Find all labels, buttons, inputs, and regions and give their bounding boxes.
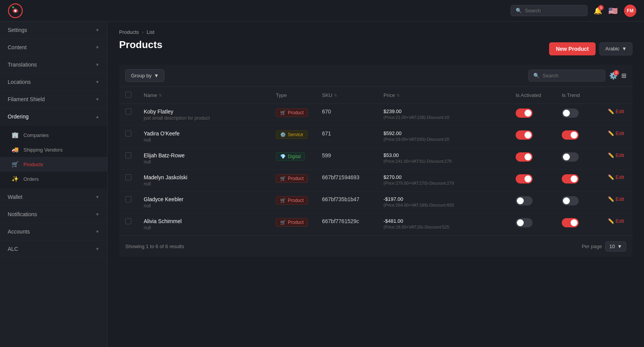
row-actions-cell: ✏️ Edit	[602, 104, 632, 126]
new-product-button[interactable]: New Product	[549, 42, 596, 55]
trend-toggle[interactable]	[562, 152, 579, 162]
toggle-slider	[516, 108, 533, 118]
table-row: Gladyce Keebler null 🛒 Product 667bf735b…	[119, 192, 632, 214]
table-search-input[interactable]	[543, 73, 600, 78]
row-trend-cell	[556, 192, 602, 214]
toggle-slider	[562, 108, 579, 118]
type-icon: 🛒	[280, 110, 286, 115]
language-flag: 🇺🇸	[608, 6, 618, 15]
edit-button[interactable]: ✏️ Edit	[608, 174, 624, 180]
sidebar-item-orders-label: Orders	[23, 176, 39, 182]
sidebar-item-accounts[interactable]: Accounts ▼	[0, 223, 107, 240]
sidebar-item-products[interactable]: 🛒 Products	[0, 157, 107, 172]
row-type-cell: 🛒 Product	[270, 104, 316, 126]
sort-name[interactable]: Name ⇅	[144, 92, 264, 98]
activated-toggle[interactable]	[516, 130, 533, 140]
edit-button[interactable]: ✏️ Edit	[608, 152, 624, 158]
breadcrumb-current: List	[147, 29, 154, 35]
chevron-down-icon: ▼	[95, 247, 100, 251]
edit-button[interactable]: ✏️ Edit	[608, 218, 624, 224]
sidebar-item-wallet[interactable]: Wallet ▼	[0, 189, 107, 206]
edit-button[interactable]: ✏️ Edit	[608, 108, 624, 114]
sidebar-item-content[interactable]: Content ▼	[0, 39, 107, 56]
sidebar-item-ordering[interactable]: Ordering ▲	[0, 108, 107, 125]
topbar-right: 🔍 🔔 0 🇺🇸 FM	[511, 5, 636, 17]
sidebar-item-companies[interactable]: 🏢 Companies	[0, 128, 107, 142]
filter-button[interactable]: ⚙️ 0	[609, 72, 617, 80]
sidebar-item-filament-shield[interactable]: Filament Shield ▼	[0, 91, 107, 108]
row-actions-cell: ✏️ Edit	[602, 192, 632, 214]
toggle-slider	[516, 152, 533, 162]
sidebar-item-orders[interactable]: ✨ Orders	[0, 172, 107, 186]
activated-toggle[interactable]	[516, 218, 533, 227]
toggle-slider	[516, 130, 533, 140]
row-sku-cell: 667bf7761529c	[316, 214, 377, 235]
select-all-checkbox[interactable]	[125, 92, 131, 98]
sidebar-item-translations[interactable]: Translations ▼	[0, 56, 107, 73]
product-name: Koby Flatley	[144, 108, 264, 115]
activated-toggle[interactable]	[516, 108, 533, 118]
row-checkbox[interactable]	[125, 108, 131, 115]
edit-button[interactable]: ✏️ Edit	[608, 130, 624, 136]
select-all-header	[119, 87, 138, 104]
global-search-bar[interactable]: 🔍	[511, 5, 588, 16]
language-selector-button[interactable]: Arabic ▼	[599, 42, 632, 55]
edit-button[interactable]: ✏️ Edit	[608, 196, 624, 202]
chevron-down-icon: ▼	[95, 80, 100, 84]
th-sku[interactable]: SKU ⇅	[316, 87, 377, 104]
sidebar-item-alc[interactable]: ALC ▼	[0, 240, 107, 258]
chevron-down-icon: ▼	[95, 45, 100, 50]
trend-toggle[interactable]	[562, 174, 579, 184]
product-type-badge: ⚙️ Service	[276, 130, 307, 139]
chevron-down-icon: ▼	[622, 46, 627, 52]
toggle-slider	[562, 174, 579, 184]
row-checkbox[interactable]	[125, 196, 131, 202]
row-sku-cell: 667bf735b1b47	[316, 192, 377, 214]
chevron-down-icon: ▼	[95, 229, 100, 234]
sort-sku[interactable]: SKU ⇅	[322, 92, 371, 98]
products-table: Name ⇅ Type SKU ⇅	[119, 87, 632, 235]
row-checkbox-cell	[119, 148, 138, 170]
product-type-badge: 🛒 Product	[276, 174, 308, 183]
th-is-trend-label: Is Trend	[562, 92, 580, 98]
row-checkbox[interactable]	[125, 218, 131, 224]
trend-toggle[interactable]	[562, 130, 579, 140]
trend-toggle[interactable]	[562, 218, 579, 227]
trend-toggle[interactable]	[562, 196, 579, 205]
sort-price[interactable]: Price ⇅	[383, 92, 503, 98]
search-icon: 🔍	[533, 73, 539, 78]
th-name[interactable]: Name ⇅	[138, 87, 270, 104]
sidebar-item-locations[interactable]: Locations ▼	[0, 73, 107, 91]
sidebar: Settings ▼ Content ▼ Translations ▼ Loca…	[0, 22, 108, 347]
activated-toggle[interactable]	[516, 174, 533, 184]
sidebar-item-notifications[interactable]: Notifications ▼	[0, 206, 107, 223]
th-price[interactable]: Price ⇅	[377, 87, 510, 104]
row-checkbox[interactable]	[125, 174, 131, 180]
sidebar-item-settings[interactable]: Settings ▼	[0, 22, 107, 39]
per-page-select[interactable]: 10 ▼	[605, 241, 626, 252]
row-checkbox[interactable]	[125, 152, 131, 158]
type-icon: 🛒	[280, 198, 286, 203]
breadcrumb: Products › List	[119, 29, 632, 35]
notifications-button[interactable]: 🔔 0	[594, 7, 602, 15]
sort-icon: ⇅	[397, 93, 400, 97]
breadcrumb-parent[interactable]: Products	[119, 29, 139, 35]
sidebar-item-ordering-label: Ordering	[8, 113, 28, 120]
shipping-vendors-icon: 🚚	[12, 146, 19, 153]
activated-toggle[interactable]	[516, 152, 533, 162]
group-by-button[interactable]: Group by ▼	[125, 69, 164, 82]
row-checkbox[interactable]	[125, 130, 131, 137]
sidebar-item-shipping-vendors[interactable]: 🚚 Shipping Vendors	[0, 142, 107, 157]
notifications-badge: 0	[598, 5, 604, 10]
th-type-label: Type	[276, 92, 287, 98]
columns-button[interactable]: ⊞	[621, 72, 626, 79]
per-page-value: 10	[609, 244, 615, 249]
global-search-input[interactable]	[525, 8, 583, 13]
activated-toggle[interactable]	[516, 196, 533, 205]
price-main: $592.00	[383, 130, 503, 136]
row-sku-cell: 671	[316, 126, 377, 148]
filter-badge: 0	[614, 70, 619, 75]
product-sku: 667bf7761529c	[322, 218, 359, 224]
trend-toggle[interactable]	[562, 108, 579, 118]
table-search-bar[interactable]: 🔍	[528, 70, 605, 82]
